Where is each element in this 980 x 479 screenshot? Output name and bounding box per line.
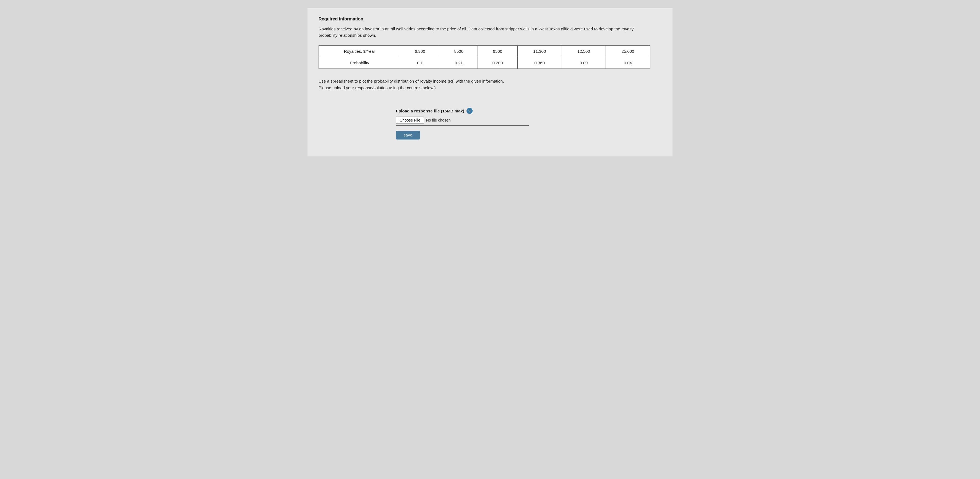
royalties-val-5: 12,500 bbox=[562, 45, 606, 57]
prob-val-2: 0.21 bbox=[440, 57, 478, 69]
prob-val-4: 0.360 bbox=[518, 57, 562, 69]
upload-label: upload a response file (15MB max) bbox=[396, 109, 464, 113]
no-file-text: No file chosen bbox=[426, 118, 451, 122]
prob-val-6: 0.04 bbox=[606, 57, 650, 69]
instructions-line1: Use a spreadsheet to plot the probabilit… bbox=[318, 78, 662, 84]
royalties-val-3: 9500 bbox=[477, 45, 517, 57]
page-container: Required information Royalties received … bbox=[307, 8, 673, 156]
instructions-line2: Please upload your response/solution usi… bbox=[318, 84, 662, 91]
prob-val-1: 0.1 bbox=[400, 57, 440, 69]
prob-val-3: 0.200 bbox=[477, 57, 517, 69]
table-row-probability: Probability 0.1 0.21 0.200 0.360 0.09 0.… bbox=[319, 57, 650, 69]
royalties-val-4: 11,300 bbox=[518, 45, 562, 57]
royalties-label: Royalties, $/Year bbox=[319, 45, 400, 57]
section-title: Required information bbox=[318, 17, 662, 22]
royalties-val-6: 25,000 bbox=[606, 45, 650, 57]
prob-val-5: 0.09 bbox=[562, 57, 606, 69]
help-icon[interactable]: ? bbox=[466, 108, 473, 114]
choose-file-button[interactable]: Choose File bbox=[396, 117, 424, 124]
description: Royalties received by an investor in an … bbox=[318, 26, 645, 38]
upload-section: upload a response file (15MB max) ? Choo… bbox=[396, 108, 662, 140]
save-button[interactable]: save bbox=[396, 131, 420, 140]
data-table: Royalties, $/Year 6,300 8500 9500 11,300… bbox=[318, 45, 651, 69]
save-btn-row: save bbox=[396, 131, 662, 140]
table-row-royalties: Royalties, $/Year 6,300 8500 9500 11,300… bbox=[319, 45, 650, 57]
file-input-row: Choose File No file chosen bbox=[396, 117, 529, 126]
probability-label: Probability bbox=[319, 57, 400, 69]
upload-label-row: upload a response file (15MB max) ? bbox=[396, 108, 662, 114]
royalties-val-2: 8500 bbox=[440, 45, 478, 57]
royalties-val-1: 6,300 bbox=[400, 45, 440, 57]
instructions: Use a spreadsheet to plot the probabilit… bbox=[318, 78, 662, 91]
